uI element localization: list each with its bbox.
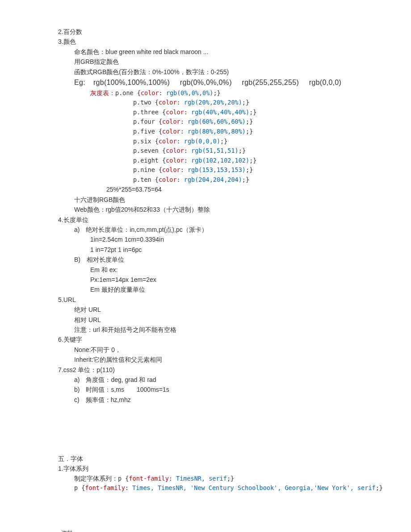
- s7-b: b) 时间值：s,ms 1000ms=1s: [58, 385, 384, 394]
- gray-row-1: p.two {color: rgb(20%,20%,20%);}: [58, 98, 384, 108]
- font-rule-1-val: TimesNR, serif: [176, 475, 227, 482]
- gray-row-9: p.ten {color: rgb(204,204,204);}: [58, 175, 384, 185]
- gray-val-8: rgb(153,153,153): [188, 166, 246, 173]
- gray-val-9: rgb(204,204,204): [184, 176, 242, 183]
- func-rgb-line: 函数式RGB颜色(百分数法：0%-100%，数字法：0-255): [58, 67, 384, 77]
- s7-c: c) 频率值：hz,mhz: [58, 395, 384, 405]
- gray-sel-1: p.two: [133, 99, 151, 106]
- gray-sel-8: p.nine: [133, 166, 155, 173]
- gray-prop-7: color: [166, 157, 184, 164]
- gray-prop-9: color: [159, 176, 177, 183]
- gray-val-7: rgb(102,102,102): [191, 157, 249, 164]
- gray-row-6: p.seven {color: rgb(51,51,51);}: [58, 146, 384, 156]
- gray-row-2: p.three {color: rgb(40%,40%,40%);}: [58, 108, 384, 117]
- eg-line: Eg:rgb(100%,100%,100%) rgb(0%,0%,0%) rgb…: [58, 77, 384, 88]
- s4-b-line3: Em 最好的度量单位: [58, 285, 384, 294]
- gray-label: 灰度表：: [90, 89, 115, 96]
- s6-line2: Inherit:它的属性值和父元素相同: [58, 355, 384, 364]
- gray-sel-4: p.five: [133, 128, 155, 135]
- gray-row-5: p.six {color: rgb(0,0,0);}: [58, 137, 384, 147]
- section-4-title: 4.长度单位: [58, 215, 384, 225]
- gray-prop-0: color: [141, 89, 159, 96]
- gray-val-1: rgb(20%,20%,20%): [184, 99, 242, 106]
- section-font-sub1: 1.字体系列: [58, 464, 384, 473]
- gray-row-7: p.eight {color: rgb(102,102,102);}: [58, 156, 384, 166]
- section-font-heading: 五．字体: [58, 454, 384, 464]
- gray-val-4: rgb(80%,80%,80%): [188, 128, 246, 135]
- font-rule-1: 制定字体系列：p {font-family: TimesNR, serif;}: [58, 474, 384, 484]
- eg-prefix: Eg:: [74, 79, 85, 86]
- font-rule-2-prop: font-family: [85, 484, 125, 491]
- eg-item-0: rgb(100%,100%,100%): [93, 79, 170, 86]
- gray-sel-0: p.one: [115, 89, 134, 96]
- s4-b-label: B) 相对长度单位: [58, 255, 384, 264]
- s5-line3: 注意：url 和开始括号之间不能有空格: [58, 325, 384, 335]
- gray-prop-3: color: [162, 118, 180, 125]
- gray-prop-4: color: [162, 128, 180, 135]
- gray-sel-7: p.eight: [133, 157, 159, 164]
- gray-sel-2: p.three: [133, 109, 159, 116]
- gray-val-2: rgb(40%,40%,40%): [191, 109, 249, 116]
- gray-prop-6: color: [166, 147, 184, 154]
- eg-item-2: rgb(255,255,255): [242, 79, 299, 86]
- gray-prop-1: color: [159, 99, 177, 106]
- gray-val-6: rgb(51,51,51): [191, 147, 239, 154]
- section-2-title: 2.百分数: [58, 27, 384, 37]
- s5-line2: 相对 URL: [58, 315, 384, 325]
- gray-sel-5: p.six: [133, 138, 151, 145]
- s7-a: a) 角度值：deg, grad 和 rad: [58, 375, 384, 385]
- section-7-title: 7.css2 单位：p(110): [58, 365, 384, 375]
- page-footer: . 资料: [58, 529, 384, 532]
- gray-row-4: p.five {color: rgb(80%,80%,80%);}: [58, 127, 384, 137]
- font-rule-2-sel: p: [74, 484, 78, 491]
- named-colors-line: 命名颜色：blue green white red black maroon .…: [58, 47, 384, 57]
- gray-prop-5: color: [159, 138, 177, 145]
- s4-a-line2: 1 in=72pt 1 in=6pc: [58, 245, 384, 255]
- gray-row-3: p.four {color: rgb(60%,60%,60%);}: [58, 117, 384, 127]
- eg-item-1: rgb(0%,0%,0%): [180, 79, 232, 86]
- grb-line: 用GRB指定颜色: [58, 57, 384, 67]
- gray-val-3: rgb(60%,60%,60%): [188, 118, 246, 125]
- font-rule-2: p {font-family: Times, TimesNR, 'New Cen…: [58, 483, 384, 493]
- web-color-line: Web颜色：rgb值20%和52和33（十六进制）整除: [58, 205, 384, 214]
- font-rule-1-prefix: 制定字体系列：: [74, 475, 118, 482]
- section-5-title: 5.URL: [58, 295, 384, 305]
- font-rule-1-sel: p: [118, 475, 122, 482]
- gray-sel-9: p.ten: [133, 176, 151, 183]
- gray-val-5: rgb(0,0,0): [184, 138, 220, 145]
- gray-prop-2: color: [166, 109, 184, 116]
- font-rule-1-prop: font-family: [129, 475, 168, 482]
- section-6-title: 6.关键字: [58, 335, 384, 344]
- section-3-title: 3.颜色: [58, 37, 384, 46]
- s5-line1: 绝对 URL: [58, 305, 384, 314]
- gray-val-0: rgb(0%,0%,0%): [166, 89, 214, 96]
- hex-rgb-line: 十六进制RGB颜色: [58, 195, 384, 205]
- gray-row-0: 灰度表：p.one {color: rgb(0%,0%,0%);}: [58, 88, 384, 98]
- gray-row-8: p.nine {color: rgb(153,153,153);}: [58, 165, 384, 175]
- s4-b-line1: Em 和 ex:: [58, 265, 384, 275]
- gray-sel-3: p.four: [133, 118, 155, 125]
- gray-calc: 25%*255=63.75=64: [58, 184, 384, 194]
- gray-prop-8: color: [162, 166, 180, 173]
- eg-item-3: rgb(0,0,0): [309, 79, 341, 86]
- s4-a-line1: 1in=2.54cm 1cm=0.3394in: [58, 235, 384, 244]
- gray-sel-6: p.seven: [133, 147, 159, 154]
- font-rule-2-val: Times, TimesNR, 'New Century Schoolbook'…: [132, 484, 376, 491]
- s4-b-line2: Px:1em=14px 1em=2ex: [58, 275, 384, 285]
- s6-line1: None:不同于 0，: [58, 345, 384, 355]
- s4-a-label: a) 绝对长度单位：in,cm,mm,pt(点),pc（派卡）: [58, 225, 384, 235]
